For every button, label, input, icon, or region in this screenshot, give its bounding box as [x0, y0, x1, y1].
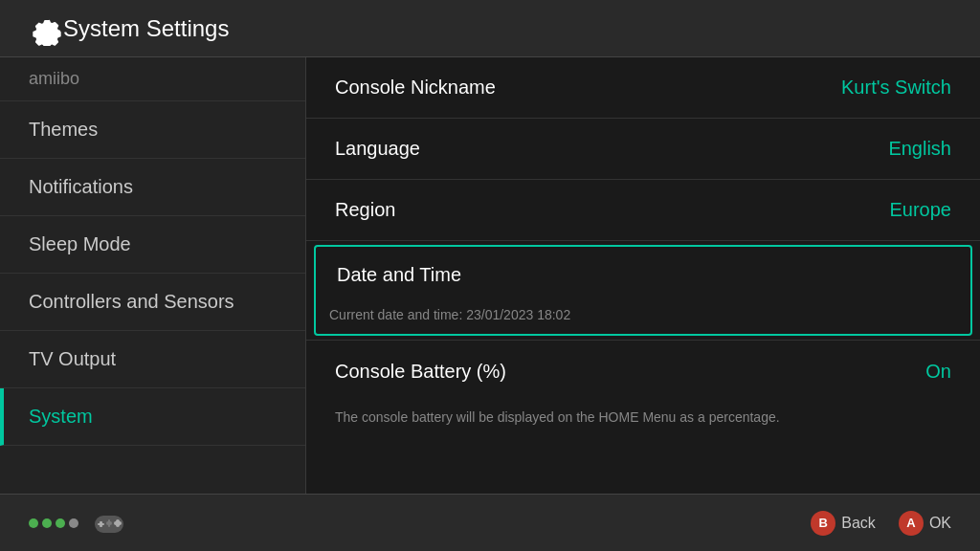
controller-icon — [90, 504, 128, 542]
console-battery-sub: The console battery will be displayed on… — [306, 402, 980, 440]
sidebar: amiibo Themes Notifications Sleep Mode C… — [0, 57, 306, 494]
console-battery-block: Console Battery (%) On The console batte… — [306, 341, 980, 440]
gear-icon — [29, 11, 63, 46]
region-value: Europe — [890, 199, 952, 221]
sidebar-item-system[interactable]: System — [0, 388, 305, 446]
date-time-row[interactable]: Date and Time — [316, 247, 970, 303]
date-time-selected-border: Date and Time Current date and time: 23/… — [314, 245, 972, 336]
console-battery-label: Console Battery (%) — [335, 361, 506, 383]
b-button-icon: B — [811, 511, 835, 536]
dot-4 — [69, 518, 78, 528]
console-nickname-row[interactable]: Console Nickname Kurt's Switch — [306, 57, 980, 119]
back-label: Back — [841, 515, 876, 532]
content-panel: Console Nickname Kurt's Switch Language … — [306, 57, 980, 494]
footer: B Back A OK — [0, 494, 980, 551]
language-value: English — [888, 138, 951, 160]
dot-3 — [56, 518, 65, 528]
sidebar-item-themes[interactable]: Themes — [0, 101, 305, 159]
a-button-icon: A — [899, 511, 924, 536]
language-row[interactable]: Language English — [306, 119, 980, 180]
region-label: Region — [335, 199, 395, 221]
console-nickname-label: Console Nickname — [335, 77, 496, 99]
sidebar-item-notifications[interactable]: Notifications — [0, 159, 305, 216]
console-battery-value: On — [925, 361, 951, 383]
footer-right: B Back A OK — [811, 511, 951, 536]
date-time-label: Date and Time — [337, 264, 461, 286]
date-time-block: Date and Time Current date and time: 23/… — [306, 245, 980, 341]
console-nickname-value: Kurt's Switch — [841, 77, 951, 99]
dot-1 — [29, 518, 38, 528]
dot-2 — [42, 518, 52, 528]
footer-left — [29, 504, 128, 542]
console-battery-row[interactable]: Console Battery (%) On — [306, 341, 980, 402]
sidebar-item-sleep-mode[interactable]: Sleep Mode — [0, 216, 305, 274]
svg-rect-8 — [108, 519, 110, 527]
page-title: System Settings — [63, 15, 229, 42]
date-time-sub: Current date and time: 23/01/2023 18:02 — [316, 303, 970, 334]
region-row[interactable]: Region Europe — [306, 180, 980, 241]
main-layout: amiibo Themes Notifications Sleep Mode C… — [0, 57, 980, 494]
header: System Settings — [0, 0, 980, 57]
sidebar-item-amiibo[interactable]: amiibo — [0, 57, 305, 101]
sidebar-item-controllers-sensors[interactable]: Controllers and Sensors — [0, 274, 305, 331]
sidebar-item-tv-output[interactable]: TV Output — [0, 331, 305, 388]
svg-point-6 — [116, 523, 120, 527]
svg-point-5 — [116, 519, 120, 523]
svg-rect-2 — [98, 523, 104, 525]
footer-dots — [29, 518, 78, 528]
back-button[interactable]: B Back — [811, 511, 876, 536]
ok-button[interactable]: A OK — [899, 511, 951, 536]
language-label: Language — [335, 138, 420, 160]
ok-label: OK — [929, 515, 951, 532]
